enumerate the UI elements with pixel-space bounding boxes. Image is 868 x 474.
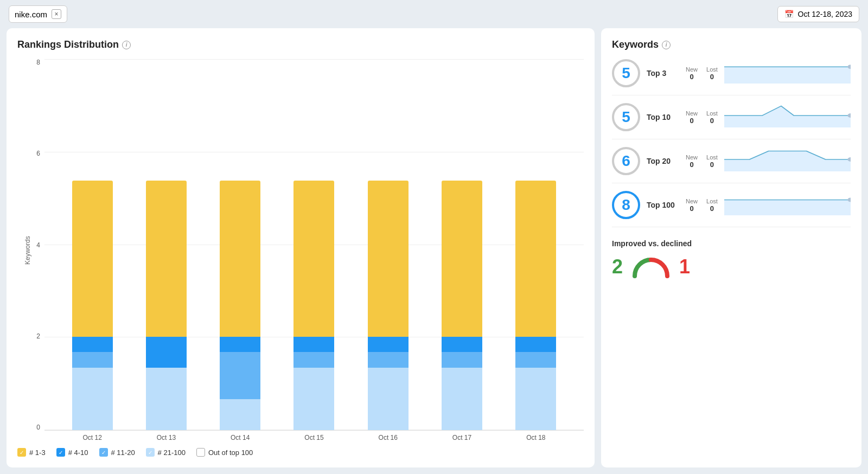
x-label-5: Oct 17 — [441, 434, 484, 441]
bar-segment-top10-4 — [368, 337, 409, 353]
kw-stat-new-top20: New0 — [686, 154, 698, 169]
sparkline-top3 — [724, 60, 851, 87]
kw-row-top3: 5Top 3New0Lost0 — [612, 59, 851, 87]
legend-item-3: ✓# 21-100 — [146, 448, 186, 457]
chart-legend: ✓# 1-3✓# 4-10✓# 11-20✓# 21-100Out of top… — [17, 448, 584, 457]
kw-label-top20: Top 20 — [647, 157, 679, 165]
kw-stat-lost-top3: Lost0 — [706, 66, 718, 81]
kw-number-top20: 6 — [622, 152, 630, 170]
keywords-info-icon[interactable]: i — [662, 41, 671, 49]
bar-segment-top100-0 — [72, 368, 113, 430]
bar-group-3 — [292, 181, 336, 430]
legend-label-0: # 1-3 — [29, 449, 46, 457]
legend-label-3: # 21-100 — [158, 449, 186, 457]
bar-segment-top3-0 — [72, 181, 113, 337]
legend-color-4[interactable] — [196, 448, 205, 457]
bar-group-1 — [144, 181, 188, 430]
kw-row-top20: 6Top 20New0Lost0 — [612, 147, 851, 175]
top-bar: nike.com × 📅 Oct 12-18, 2023 — [0, 0, 868, 28]
kw-section-top20: 6Top 20New0Lost0 — [612, 147, 851, 183]
chart-area: Keywords 0 2 4 6 8 — [17, 59, 584, 457]
x-label-6: Oct 18 — [514, 434, 558, 441]
gauge-chart — [629, 254, 673, 279]
kw-stats-top10: New0Lost0 — [686, 110, 718, 125]
rankings-distribution-panel: Rankings Distribution i Keywords 0 2 4 6 — [7, 28, 595, 467]
bar-segment-top20-4 — [368, 352, 409, 368]
bar-group-6 — [514, 181, 558, 430]
legend-label-2: # 11-20 — [111, 449, 135, 457]
kw-stats-top100: New0Lost0 — [686, 198, 718, 213]
kw-circle-top20: 6 — [612, 147, 640, 175]
bar-segment-top100-3 — [293, 368, 334, 430]
bar-segment-top3-2 — [220, 181, 260, 337]
improved-vs-declined-section: Improved vs. declined 2 1 — [612, 239, 851, 279]
bars-row — [44, 59, 584, 430]
rankings-title: Rankings Distribution i — [17, 39, 584, 50]
domain-label: nike.com — [15, 10, 47, 19]
declined-count: 1 — [679, 255, 690, 278]
kw-section-top3: 5Top 3New0Lost0 — [612, 59, 851, 95]
x-label-0: Oct 12 — [71, 434, 114, 441]
bar-segment-top100-2 — [220, 399, 260, 431]
legend-item-2: ✓# 11-20 — [99, 448, 135, 457]
date-range-label: Oct 12-18, 2023 — [798, 10, 852, 18]
kw-number-top10: 5 — [622, 108, 630, 126]
bar-segment-top3-4 — [368, 181, 409, 337]
improved-row: 2 1 — [612, 254, 851, 279]
bar-3 — [293, 181, 334, 430]
bar-segment-top3-1 — [146, 181, 187, 337]
y-tick-6: 6 — [34, 150, 40, 157]
sparkline-top20 — [724, 148, 851, 175]
legend-color-1[interactable]: ✓ — [56, 448, 65, 457]
main-content: Rankings Distribution i Keywords 0 2 4 6 — [0, 28, 868, 474]
keyword-rows: 5Top 3New0Lost05Top 10New0Lost06Top 20Ne… — [612, 59, 851, 235]
bar-segment-top10-0 — [72, 337, 113, 353]
chart-container: Keywords 0 2 4 6 8 — [17, 59, 584, 441]
domain-tab[interactable]: nike.com × — [9, 5, 67, 23]
bar-segment-top100-1 — [146, 368, 187, 430]
bar-segment-top3-5 — [442, 181, 482, 337]
bar-group-0 — [71, 181, 114, 430]
date-picker[interactable]: 📅 Oct 12-18, 2023 — [777, 6, 859, 22]
bar-segment-top20-2 — [220, 352, 260, 399]
kw-circle-top100: 8 — [612, 191, 640, 219]
y-axis-ticks: 0 2 4 6 8 — [34, 59, 44, 431]
kw-section-top10: 5Top 10New0Lost0 — [612, 103, 851, 139]
x-label-1: Oct 13 — [144, 434, 188, 441]
bar-segment-top20-0 — [72, 352, 113, 368]
kw-stats-top20: New0Lost0 — [686, 154, 718, 169]
legend-label-4: Out of top 100 — [208, 449, 253, 457]
kw-stat-new-top3: New0 — [686, 66, 698, 81]
bar-segment-top100-4 — [368, 368, 409, 430]
sparkline-top100 — [724, 191, 851, 219]
legend-item-1: ✓# 4-10 — [56, 448, 88, 457]
kw-stat-lost-top10: Lost0 — [706, 110, 718, 125]
close-button[interactable]: × — [52, 9, 61, 19]
y-tick-2: 2 — [34, 333, 40, 340]
legend-color-3[interactable]: ✓ — [146, 448, 155, 457]
legend-color-2[interactable]: ✓ — [99, 448, 108, 457]
bar-group-4 — [366, 181, 410, 430]
bar-5 — [442, 181, 482, 430]
kw-stat-new-top100: New0 — [686, 198, 698, 213]
y-axis-label: Keywords — [17, 59, 34, 441]
bar-segment-top20-5 — [442, 352, 482, 368]
sparkline-top10 — [724, 104, 851, 131]
x-label-3: Oct 15 — [292, 434, 336, 441]
bar-segment-top20-6 — [515, 352, 556, 368]
x-label-4: Oct 16 — [366, 434, 410, 441]
bar-segment-top10-2 — [220, 337, 260, 353]
kw-stat-lost-top100: Lost0 — [706, 198, 718, 213]
kw-stats-top3: New0Lost0 — [686, 66, 718, 81]
improved-title: Improved vs. declined — [612, 239, 851, 248]
kw-circle-top10: 5 — [612, 103, 640, 131]
kw-stat-lost-top20: Lost0 — [706, 154, 718, 169]
kw-row-top10: 5Top 10New0Lost0 — [612, 103, 851, 131]
legend-color-0[interactable]: ✓ — [17, 448, 26, 457]
bar-group-5 — [441, 181, 484, 430]
rankings-info-icon[interactable]: i — [122, 41, 131, 49]
y-tick-4: 4 — [34, 242, 40, 248]
bar-segment-top10-1 — [146, 337, 187, 368]
improved-count: 2 — [612, 255, 623, 278]
y-tick-8: 8 — [34, 59, 40, 66]
